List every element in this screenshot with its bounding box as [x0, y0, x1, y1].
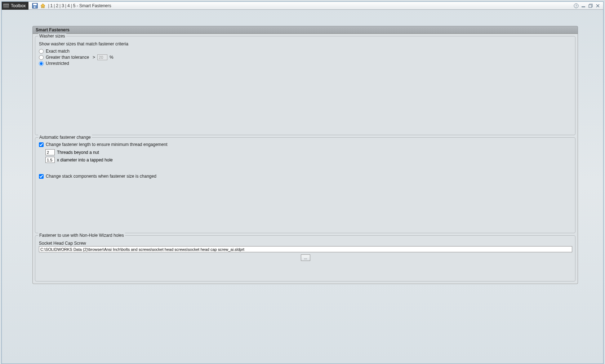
- save-icon: [32, 3, 38, 9]
- file-label: Socket Head Cap Screw: [39, 241, 572, 246]
- minimize-button[interactable]: [581, 3, 586, 8]
- group-non-hole-wizard: Fastener to use with Non-Hole Wizard hol…: [35, 235, 575, 281]
- checkbox-change-stack[interactable]: [39, 174, 44, 179]
- breadcrumb: | 1 | 2 | 3 | 4 | 5 - Smart Fasteners: [47, 3, 111, 8]
- checkbox-label-length: Change fastener length to ensure minimum…: [46, 142, 168, 147]
- close-icon: [595, 3, 600, 8]
- radio-greater-than[interactable]: [39, 55, 44, 60]
- radio-label-greater: Greater than tolerance: [46, 55, 89, 60]
- breadcrumb-sep: |: [54, 3, 55, 8]
- diameter-input[interactable]: [45, 157, 55, 163]
- breadcrumb-sep: |: [71, 3, 72, 8]
- breadcrumb-sep: |: [48, 3, 49, 8]
- check-row-length[interactable]: Change fastener length to ensure minimum…: [39, 142, 572, 147]
- breadcrumb-step-1[interactable]: 1: [50, 3, 53, 8]
- file-path-input[interactable]: [39, 246, 572, 252]
- breadcrumb-step-4[interactable]: 4: [67, 3, 70, 8]
- gt-symbol: >: [93, 55, 95, 60]
- page-body: Washer sizes Show washer sizes that matc…: [32, 34, 578, 284]
- group-auto-fastener-change: Automatic fastener change Change fastene…: [35, 137, 575, 233]
- help-icon: ?: [574, 3, 579, 8]
- radio-label-exact: Exact match: [46, 49, 70, 54]
- washer-hint: Show washer sizes that match fastener cr…: [39, 41, 572, 46]
- group-legend-nonhole: Fastener to use with Non-Hole Wizard hol…: [38, 233, 125, 238]
- window-controls: ?: [574, 3, 603, 8]
- svg-marker-4: [41, 4, 45, 8]
- breadcrumb-step-3[interactable]: 3: [61, 3, 64, 8]
- breadcrumb-step-current[interactable]: 5 - Smart Fasteners: [73, 3, 112, 8]
- minimize-icon: [581, 3, 586, 8]
- radio-label-unrestricted: Unrestricted: [46, 61, 69, 66]
- svg-rect-7: [582, 6, 585, 7]
- checkbox-label-stack: Change stack components when fastener si…: [46, 174, 156, 179]
- home-button[interactable]: [40, 3, 46, 9]
- svg-rect-1: [33, 4, 37, 5]
- toolbox-badge: Toolbox: [2, 2, 28, 10]
- page-title: Smart Fasteners: [32, 26, 578, 34]
- svg-rect-9: [589, 5, 592, 8]
- breadcrumb-sep: |: [65, 3, 66, 8]
- length-options: Threads beyond a nut x diameter into a t…: [45, 149, 572, 163]
- check-row-stack[interactable]: Change stack components when fastener si…: [39, 174, 572, 179]
- radio-exact-match[interactable]: [39, 49, 44, 54]
- restore-icon: [588, 3, 593, 8]
- checkbox-change-length[interactable]: [39, 142, 44, 147]
- svg-text:?: ?: [575, 4, 577, 8]
- radio-row-greater[interactable]: Greater than tolerance > %: [39, 54, 572, 60]
- tolerance-input[interactable]: [97, 54, 107, 60]
- toolbar: Toolbox | 1 | 2 | 3 | 4 | 5 - Smart F: [2, 2, 603, 10]
- close-button[interactable]: [595, 3, 600, 8]
- gt-unit: %: [110, 55, 114, 60]
- svg-rect-3: [35, 6, 36, 8]
- breadcrumb-sep: |: [59, 3, 61, 8]
- radio-row-unrestricted[interactable]: Unrestricted: [39, 61, 572, 66]
- radio-unrestricted[interactable]: [39, 61, 44, 66]
- radio-row-exact[interactable]: Exact match: [39, 49, 572, 54]
- group-legend-washer: Washer sizes: [38, 34, 66, 39]
- threads-input[interactable]: [45, 149, 55, 155]
- restore-button[interactable]: [588, 3, 593, 8]
- toolbox-icon: [3, 4, 9, 8]
- breadcrumb-step-2[interactable]: 2: [55, 3, 59, 8]
- home-icon: [40, 3, 46, 9]
- save-button[interactable]: [32, 3, 38, 9]
- browse-button[interactable]: ...: [301, 254, 310, 261]
- toolbox-label: Toolbox: [11, 3, 26, 8]
- help-button[interactable]: ?: [574, 3, 579, 8]
- threads-label: Threads beyond a nut: [57, 150, 99, 155]
- diameter-label: x diameter into a tapped hole: [57, 157, 113, 163]
- main-area: Smart Fasteners Washer sizes Show washer…: [2, 10, 603, 364]
- group-washer-sizes: Washer sizes Show washer sizes that matc…: [35, 36, 575, 135]
- group-legend-auto: Automatic fastener change: [38, 135, 92, 140]
